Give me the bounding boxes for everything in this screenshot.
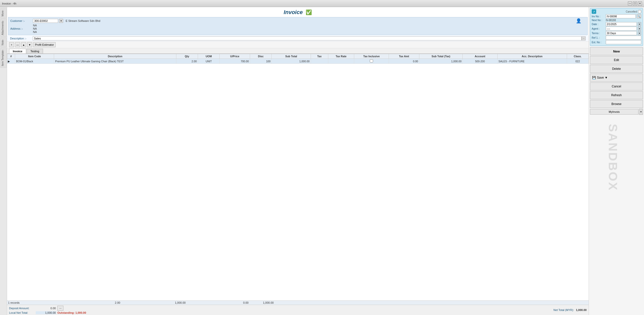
local-net-total-value: 1,000.00 xyxy=(36,311,56,314)
tax-inclusive-check[interactable] xyxy=(370,59,373,63)
move-down-button[interactable]: ▼ xyxy=(27,42,32,47)
deposit-btn[interactable]: ··· xyxy=(57,306,63,311)
sidebar-item-attachments[interactable]: Attachments- xyxy=(1,19,7,37)
row-disc: 100 xyxy=(250,59,272,64)
customer-code-input[interactable] xyxy=(33,19,58,23)
date-dropdown-button[interactable]: ▼ xyxy=(638,22,641,26)
inv-no-row: Inv No : 🔍 xyxy=(592,14,641,18)
move-up-button[interactable]: ▲ xyxy=(21,42,26,47)
profit-estimator-button[interactable]: Profit Estimator xyxy=(33,42,56,47)
sandbox-watermark: SANDBOX xyxy=(606,124,620,191)
description-label: Description :- xyxy=(10,37,33,40)
customer-dropdown-button[interactable]: ▼ xyxy=(59,19,63,23)
row-uprice: 700.00 xyxy=(220,59,250,64)
status-left: Deposit Amount: 0.00 ··· Local Net Total… xyxy=(9,306,86,314)
address-line-2: NA xyxy=(33,27,37,30)
footer-summary-row: 1 records 2.00 1,000.00 0.00 1,000.00 xyxy=(7,300,589,305)
header-row: Invoice ✅ xyxy=(7,7,589,17)
sidebar-item-more[interactable]: More- xyxy=(1,8,7,18)
content-area: Invoice ✅ Customer :- ▼ E Stream Softwar… xyxy=(7,7,589,315)
row-qty: 2.00 xyxy=(176,59,198,64)
close-button[interactable]: ✕ xyxy=(638,2,642,6)
add-row-button[interactable]: + xyxy=(9,42,14,47)
address-line-3: NA xyxy=(33,30,37,33)
terms-input[interactable] xyxy=(606,31,637,35)
remove-row-button[interactable]: — xyxy=(15,42,20,47)
agent-input[interactable] xyxy=(606,27,637,31)
sidebar-item-note[interactable]: Note- xyxy=(1,37,7,47)
footer-total-taxamt: 0.00 xyxy=(232,301,250,304)
description-row: Description :- ··· xyxy=(7,36,589,41)
window-controls[interactable]: — ☐ ✕ xyxy=(628,2,642,6)
ref1-row: Ref 1. : xyxy=(592,36,641,40)
col-header-accdesc: Acc. Description xyxy=(497,54,567,59)
refresh-button[interactable]: Refresh xyxy=(590,91,643,99)
address-row: Address :- NA NA NA xyxy=(10,24,585,33)
col-header-tax-inclusive: Tax Inclusive xyxy=(354,54,389,59)
col-header-qty: Qty xyxy=(176,54,198,59)
terms-label: Terms : xyxy=(592,32,605,35)
agent-dropdown-button[interactable]: ▼ xyxy=(638,27,641,31)
net-total-right-value: 1,000.00 xyxy=(576,308,587,311)
edit-button[interactable]: Edit xyxy=(590,56,643,64)
minimize-button[interactable]: — xyxy=(628,2,632,6)
row-taxrate xyxy=(328,59,354,64)
cancel-button[interactable]: Cancel xyxy=(590,82,643,90)
myinvois-dropdown-button[interactable]: ▼ xyxy=(639,109,643,115)
row-subtotal: 1,000.00 xyxy=(272,59,311,64)
tabs-row: Invoice Testing xyxy=(7,48,589,54)
ext-no-row: Ext. No : xyxy=(592,40,641,44)
col-header-uprice: U/Price xyxy=(220,54,250,59)
date-input[interactable] xyxy=(606,22,637,26)
inv-no-search-button[interactable]: 🔍 xyxy=(637,14,641,18)
browse-button[interactable]: Browse xyxy=(590,100,643,108)
main-container: More- Attachments- Note- Item Template- … xyxy=(0,7,644,315)
col-header-class: Class. xyxy=(567,54,588,59)
delete-button[interactable]: Delete xyxy=(590,65,643,73)
description-input[interactable] xyxy=(33,36,582,40)
myinvois-button[interactable]: MyInvois xyxy=(590,109,638,115)
deposit-value: 0.00 xyxy=(36,307,56,310)
next-no-value: IV-00193 xyxy=(606,19,641,22)
row-tax-inclusive-checkbox[interactable] xyxy=(354,59,389,64)
next-no-row: Next No : IV-00193 xyxy=(592,19,641,22)
cancelled-checkbox[interactable] xyxy=(638,10,641,13)
maximize-button[interactable]: ☐ xyxy=(633,2,637,6)
save-icon: 💾 xyxy=(592,76,596,79)
row-account: 500-200 xyxy=(463,59,497,64)
status-check-icon: ✅ xyxy=(306,9,312,15)
terms-dropdown-button[interactable]: ▼ xyxy=(638,31,641,35)
ext-no-input[interactable] xyxy=(606,40,641,44)
inv-no-input[interactable] xyxy=(606,14,636,18)
inv-no-label: Inv No : xyxy=(592,15,605,18)
records-count: 1 records xyxy=(8,301,38,304)
row-taxamt: 0.00 xyxy=(389,59,419,64)
ref1-input[interactable] xyxy=(606,36,641,40)
invoice-table-container[interactable]: # Item Code Description Qty UOM U/Price … xyxy=(7,54,589,300)
person-icon: 👤 xyxy=(576,18,581,24)
next-no-label: Next No : xyxy=(592,19,605,22)
tab-testing[interactable]: Testing xyxy=(27,49,43,54)
save-button[interactable]: 💾 Save ▼ xyxy=(590,74,643,82)
ref1-label: Ref 1. : xyxy=(592,36,605,39)
col-header-taxrate: Tax Rate xyxy=(328,54,354,59)
sidebar-item-item-template[interactable]: Item Template- xyxy=(1,48,7,68)
customer-row: Customer :- ▼ E Stream Software Sdn Bhd … xyxy=(10,18,585,23)
footer-total-subtotaltax: 1,000.00 xyxy=(250,301,275,304)
footer-total-subtotal: 1,000.00 xyxy=(164,301,187,304)
tab-invoice[interactable]: Invoice xyxy=(9,49,26,54)
invoice-table: # Item Code Description Qty UOM U/Price … xyxy=(7,54,589,64)
left-sidebar: More- Attachments- Note- Item Template- xyxy=(0,7,7,315)
col-header-account: Account xyxy=(463,54,497,59)
terms-row: Terms : ▼ xyxy=(592,31,641,35)
new-button[interactable]: New xyxy=(590,47,643,55)
col-header-num: # xyxy=(7,54,15,59)
net-total-right-label: Net Total (MYR): xyxy=(553,308,574,311)
ext-no-label: Ext. No : xyxy=(592,41,605,44)
customer-select: ▼ xyxy=(33,19,63,23)
invoice-title: Invoice xyxy=(284,9,303,16)
table-row[interactable]: ▶ BOM-01/Black Premium PU Leather Ultima… xyxy=(7,59,589,64)
share-icon[interactable]: ⇗ xyxy=(592,9,596,14)
address-line-1: NA xyxy=(33,24,37,27)
description-expand-button[interactable]: ··· xyxy=(582,36,586,40)
